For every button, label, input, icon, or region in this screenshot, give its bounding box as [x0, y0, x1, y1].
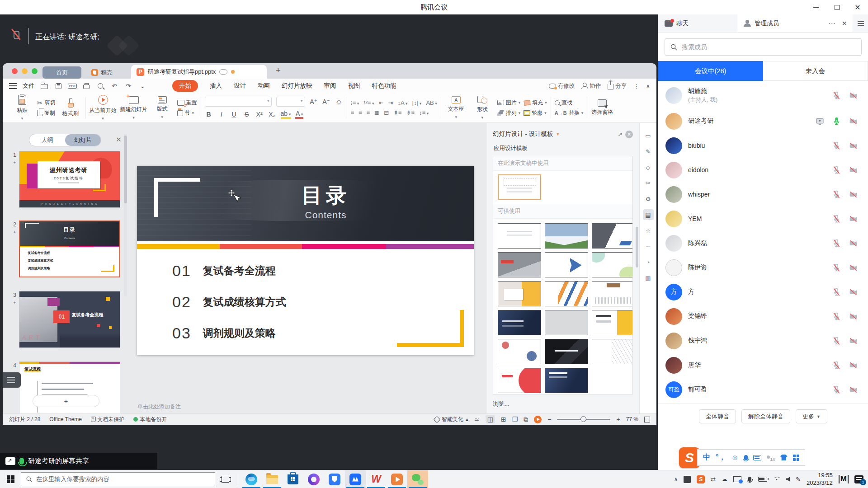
line-spacing-icon[interactable]: [↕]: [412, 99, 422, 106]
grid-pane-icon[interactable]: ▥: [643, 272, 654, 283]
increase-font-button[interactable]: A⁺: [310, 98, 318, 105]
battery-icon[interactable]: [758, 477, 767, 482]
layout-button[interactable]: 版式: [151, 96, 174, 119]
play-from-current-button[interactable]: 从当前开始: [90, 95, 117, 121]
member-row[interactable]: whisper: [658, 182, 868, 206]
camera-off-icon[interactable]: [849, 91, 858, 100]
start-button[interactable]: [0, 475, 21, 483]
member-row[interactable]: eidolon: [658, 158, 868, 182]
arrange-button[interactable]: 排列: [497, 109, 521, 117]
member-row[interactable]: 梁锦锋: [658, 304, 868, 328]
backup-status[interactable]: 本地备份开: [133, 416, 167, 423]
tray-settings-icon[interactable]: ⇄: [711, 476, 716, 483]
member-row[interactable]: 可盈 郁可盈: [658, 377, 868, 402]
slide-sorter-icon[interactable]: ⊞: [501, 416, 506, 423]
ime-mode-chinese[interactable]: 中: [703, 453, 710, 462]
highlight-color-button[interactable]: ab: [281, 110, 291, 119]
task-view-button[interactable]: [215, 476, 235, 483]
ime-voice-icon[interactable]: [744, 455, 748, 460]
selection-pane-button[interactable]: 选择窗格: [591, 99, 613, 116]
section-button[interactable]: 节: [177, 109, 197, 117]
file-menu[interactable]: 文件: [23, 82, 34, 90]
template-thumbnail[interactable]: [498, 281, 541, 306]
align-center-icon[interactable]: ≡: [359, 109, 362, 116]
template-thumbnail[interactable]: [545, 339, 588, 364]
zoom-out-button[interactable]: −: [547, 416, 551, 423]
mic-muted-icon[interactable]: [832, 385, 841, 394]
camera-off-icon[interactable]: [849, 287, 858, 297]
shapes-button[interactable]: 形状: [471, 96, 494, 120]
template-thumbnail[interactable]: [498, 310, 541, 335]
taskbar-search-input[interactable]: [36, 476, 199, 483]
template-thumbnail[interactable]: [592, 252, 633, 277]
floating-annotation-tool[interactable]: [3, 372, 21, 388]
tab-chat[interactable]: 聊天: [658, 14, 737, 32]
subscript-button[interactable]: X₂: [268, 111, 276, 118]
slide-thumbnail-2-selected[interactable]: 2✦ 目录 Contents 复试备考全流程 复试成绩核算方式 调剂规则及策略: [6, 221, 120, 277]
font-size-select[interactable]: [276, 97, 305, 107]
ime-keyboard-icon[interactable]: [753, 455, 761, 460]
crop-icon[interactable]: ✂: [643, 178, 654, 188]
text-direction-icon[interactable]: ↕A: [397, 99, 407, 106]
ribbon-tab-review[interactable]: 审阅: [324, 82, 336, 90]
taskbar-app-wechat[interactable]: [407, 470, 428, 488]
member-row[interactable]: biubiu: [658, 133, 868, 158]
ime-level-icon[interactable]: 14: [767, 455, 775, 461]
play-slideshow-button[interactable]: [534, 416, 542, 423]
template-thumbnail[interactable]: [545, 252, 588, 277]
mic-muted-icon[interactable]: [832, 214, 841, 224]
decrease-font-button[interactable]: A⁻: [322, 98, 330, 105]
slideshow-settings-icon[interactable]: ⧉: [524, 416, 528, 423]
font-color-button[interactable]: A: [295, 110, 303, 119]
tray-mic-icon[interactable]: [748, 477, 751, 482]
save-icon[interactable]: [54, 82, 62, 89]
ribbon-tab-features[interactable]: 特色功能: [372, 82, 396, 90]
member-row[interactable]: 方 方: [658, 280, 868, 304]
paste-button[interactable]: 粘贴: [11, 95, 33, 121]
template-thumbnail[interactable]: [498, 223, 541, 249]
print-icon[interactable]: [82, 82, 90, 89]
new-slide-button[interactable]: 新建幻灯片: [120, 96, 147, 120]
tab-slides[interactable]: 幻灯片: [65, 134, 101, 146]
close-button[interactable]: ✕: [847, 0, 868, 14]
redo-icon[interactable]: ↷: [124, 82, 132, 89]
panel-more-icon[interactable]: ⋯: [828, 19, 835, 28]
member-search-box[interactable]: [665, 38, 862, 56]
decrease-indent-icon[interactable]: ⇤: [379, 99, 384, 106]
tray-cloud-icon[interactable]: ☁: [722, 476, 727, 483]
picture-button[interactable]: 图片: [497, 99, 521, 107]
speaker-icon[interactable]: [786, 477, 790, 482]
browse-templates-link[interactable]: 浏览...: [493, 400, 509, 408]
strikethrough-button[interactable]: S: [243, 111, 251, 118]
find-button[interactable]: 查找: [555, 99, 583, 107]
design-pane-icon[interactable]: ▤: [643, 209, 654, 220]
camera-off-icon[interactable]: [849, 165, 858, 175]
format-painter-button[interactable]: 格式刷: [59, 98, 82, 117]
ribbon-tab-slideshow[interactable]: 幻灯片放映: [282, 82, 312, 90]
template-thumbnail[interactable]: [592, 310, 633, 335]
textbox-button[interactable]: A文本框: [445, 96, 467, 119]
camera-off-icon[interactable]: [849, 239, 858, 248]
distribute-icon[interactable]: ⊟: [384, 109, 389, 116]
protection-status[interactable]: 文档未保护: [91, 416, 124, 423]
member-row[interactable]: 胡施施 (主持人, 我): [658, 82, 868, 109]
favorites-star-icon[interactable]: ☆: [643, 225, 654, 236]
history-clock-icon[interactable]: ◔: [643, 257, 654, 267]
camera-off-icon[interactable]: [849, 141, 858, 150]
tab-docer[interactable]: 稻壳: [91, 66, 113, 79]
tray-expand-caret[interactable]: ∧: [674, 476, 678, 482]
modified-status[interactable]: 有修改: [549, 82, 575, 90]
template-thumbnail[interactable]: [592, 223, 633, 249]
ribbon-tab-insert[interactable]: 插入: [210, 82, 222, 90]
mic-muted-icon[interactable]: [832, 336, 841, 346]
ime-indicator-icon[interactable]: M: [839, 475, 849, 483]
mic-muted-icon[interactable]: [832, 165, 841, 175]
camera-off-icon[interactable]: [849, 361, 858, 370]
smart-beautify-button[interactable]: 智能美化 ▴: [434, 416, 468, 423]
zoom-slider-thumb[interactable]: [580, 416, 586, 422]
collapse-ribbon-icon[interactable]: ∧: [646, 83, 650, 89]
camera-off-icon[interactable]: [849, 385, 858, 394]
close-panel-icon[interactable]: ✕: [625, 131, 633, 138]
taskbar-app-security[interactable]: [324, 470, 345, 488]
taskbar-app-edge[interactable]: [241, 470, 262, 488]
